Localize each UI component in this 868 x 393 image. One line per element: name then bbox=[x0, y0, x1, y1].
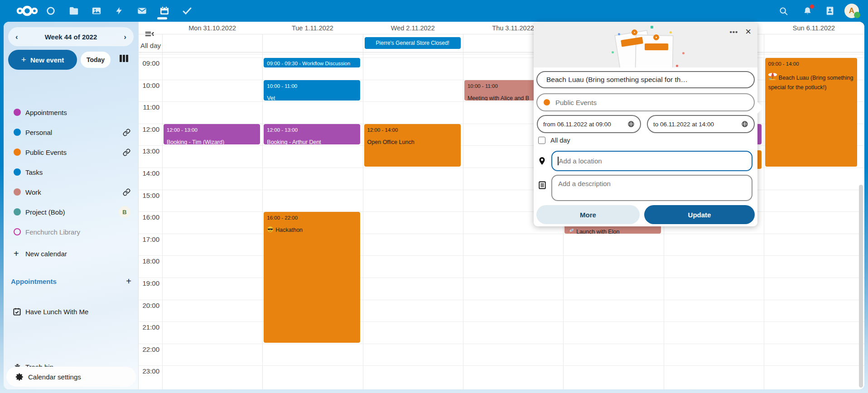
event-booking-tim[interactable]: 12:00 - 13:00Booking - Tim (Wizard) bbox=[164, 124, 260, 145]
calendar-label: Tasks bbox=[25, 168, 43, 176]
event-workflow-discussion[interactable]: 09:00 - 09:30 - Workflow Discussion bbox=[264, 58, 360, 67]
new-event-label: New event bbox=[30, 56, 64, 64]
photos-app-icon[interactable] bbox=[87, 2, 106, 20]
event-title: Booking - Arthur Dent bbox=[267, 138, 357, 144]
hour-label: 19:00 bbox=[139, 279, 159, 287]
close-icon[interactable]: × bbox=[745, 27, 751, 37]
sidebar-calendar-public-events[interactable]: Public Events bbox=[4, 142, 139, 162]
calendar-settings-button[interactable]: Calendar settings bbox=[6, 367, 136, 387]
update-button[interactable]: Update bbox=[644, 205, 755, 224]
new-event-button[interactable]: + New event bbox=[8, 50, 77, 70]
calendar-label: Personal bbox=[25, 129, 52, 136]
appointments-heading: Appointments bbox=[11, 278, 57, 285]
hour-gridline bbox=[139, 365, 864, 366]
appointments-section-header: Appointments + bbox=[11, 276, 131, 287]
notifications-bell-icon[interactable] bbox=[798, 2, 816, 20]
hour-label: 17:00 bbox=[139, 235, 159, 243]
sidebar-calendar-fenchurch-library[interactable]: Fenchurch Library bbox=[4, 222, 139, 242]
event-open-office-lunch[interactable]: 12:00 - 14:00Open Office Lunch bbox=[364, 124, 461, 167]
dashboard-app-icon[interactable] bbox=[42, 2, 60, 20]
calendar-color-dot[interactable] bbox=[14, 188, 21, 196]
calendar-label: Work bbox=[25, 188, 41, 196]
files-app-icon[interactable] bbox=[65, 2, 83, 20]
activity-app-icon[interactable] bbox=[110, 2, 128, 20]
sidebar-calendar-project-bob-[interactable]: Project (Bob)B bbox=[4, 202, 139, 222]
event-vet[interactable]: 10:00 - 11:00Vet bbox=[264, 80, 360, 101]
day-header-0: Mon 31.10.2022 bbox=[162, 24, 262, 34]
sidebar-calendar-appointments[interactable]: Appointments bbox=[4, 102, 139, 122]
contacts-app-icon[interactable] bbox=[821, 2, 839, 20]
timezone-globe-icon[interactable] bbox=[741, 120, 748, 128]
description-input[interactable]: Add a description bbox=[551, 175, 752, 201]
start-datetime-input[interactable]: from 06.11.2022 at 09:00 bbox=[537, 115, 641, 133]
calendar-color-dot[interactable] bbox=[14, 109, 21, 116]
week-view-columns-icon[interactable] bbox=[120, 55, 130, 62]
popover-more-actions-icon[interactable]: ••• bbox=[729, 28, 738, 36]
hour-label: 20:00 bbox=[139, 302, 159, 309]
calendar-color-dot[interactable] bbox=[14, 168, 21, 176]
sidebar-calendar-tasks[interactable]: Tasks bbox=[4, 162, 139, 182]
event-booking-arthur[interactable]: 12:00 - 13:00Booking - Arthur Dent bbox=[264, 124, 360, 145]
event-hackathon[interactable]: 16:00 - 22:00Hackathon bbox=[264, 212, 360, 343]
previous-week-button[interactable]: ‹ bbox=[15, 33, 18, 41]
beach-emoji-icon bbox=[768, 72, 777, 83]
search-icon[interactable] bbox=[774, 2, 792, 20]
sidebar-calendar-personal[interactable]: Personal bbox=[4, 122, 139, 142]
rocket-emoji-icon bbox=[568, 228, 574, 234]
more-button[interactable]: More bbox=[536, 205, 640, 224]
tasks-app-icon[interactable] bbox=[178, 2, 196, 20]
calendar-outline-dot[interactable] bbox=[14, 228, 21, 235]
week-navigation: ‹ Week 44 of 2022 › bbox=[8, 27, 134, 46]
calendar-color-dot[interactable] bbox=[14, 129, 21, 136]
event-time: 12:00 - 14:00 bbox=[367, 126, 458, 134]
add-appointment-button[interactable]: + bbox=[126, 276, 131, 287]
event-title-input[interactable]: Beach Luau (Bring something special for … bbox=[536, 71, 755, 88]
share-link-icon[interactable] bbox=[123, 129, 130, 136]
checkbox-unchecked[interactable] bbox=[538, 137, 545, 144]
hour-label: 15:00 bbox=[139, 192, 159, 199]
new-calendar-button[interactable]: + New calendar bbox=[4, 244, 139, 264]
nextcloud-logo[interactable] bbox=[15, 3, 39, 21]
calendar-color-dot[interactable] bbox=[14, 208, 21, 216]
allday-event-banner[interactable]: Pierre's General Store Closed! bbox=[365, 37, 461, 49]
appointment-item-have-lunch[interactable]: Have Lunch With Me bbox=[4, 302, 139, 321]
event-title: Booking - Tim (Wizard) bbox=[167, 138, 257, 144]
top-bar: A bbox=[0, 0, 868, 22]
hour-label: 11:00 bbox=[139, 103, 159, 111]
user-status-online-dot bbox=[854, 12, 860, 18]
share-link-icon[interactable] bbox=[123, 149, 130, 156]
event-title: Beach Luau (Bring something special for … bbox=[768, 72, 854, 92]
calendar-label: Public Events bbox=[25, 149, 67, 156]
today-button[interactable]: Today bbox=[81, 52, 111, 68]
calendar-color-dot[interactable] bbox=[14, 149, 21, 156]
hour-label: 23:00 bbox=[139, 367, 159, 375]
calendar-color-dot bbox=[544, 99, 550, 105]
day-header-2: Wed 2.11.2022 bbox=[363, 24, 463, 34]
calendar-select[interactable]: Public Events bbox=[536, 93, 755, 111]
vertical-scrollbar[interactable] bbox=[859, 185, 863, 388]
hour-gridline bbox=[139, 300, 864, 300]
event-title: Launch with Elon bbox=[568, 228, 658, 234]
all-day-checkbox[interactable]: All day bbox=[538, 137, 570, 144]
event-time: 09:00 - 14:00 bbox=[768, 60, 854, 68]
hour-label: 12:00 bbox=[139, 125, 159, 133]
calendar-app-active-indicator bbox=[157, 17, 167, 19]
next-week-button[interactable]: › bbox=[124, 33, 126, 41]
all-day-checkbox-label: All day bbox=[550, 137, 570, 144]
text-cursor bbox=[558, 157, 559, 165]
timezone-globe-icon[interactable] bbox=[627, 120, 635, 128]
start-datetime-value: from 06.11.2022 at 09:00 bbox=[543, 121, 611, 128]
collapse-allday-icon[interactable] bbox=[145, 31, 154, 39]
end-datetime-input[interactable]: to 06.11.2022 at 14:00 bbox=[647, 115, 755, 133]
sidebar-calendar-work[interactable]: Work bbox=[4, 182, 139, 202]
hour-gridline bbox=[139, 234, 864, 234]
event-beach-luau[interactable]: 09:00 - 14:00Beach Luau (Bring something… bbox=[765, 58, 857, 167]
hour-label: 21:00 bbox=[139, 323, 159, 331]
hour-label: 18:00 bbox=[139, 257, 159, 265]
location-input[interactable]: Add a location bbox=[551, 151, 752, 171]
hour-label: 16:00 bbox=[139, 213, 159, 221]
mail-app-icon[interactable] bbox=[133, 2, 151, 20]
share-link-icon[interactable] bbox=[123, 188, 130, 196]
location-placeholder: Add a location bbox=[559, 157, 602, 165]
hour-label: 09:00 bbox=[139, 59, 159, 67]
